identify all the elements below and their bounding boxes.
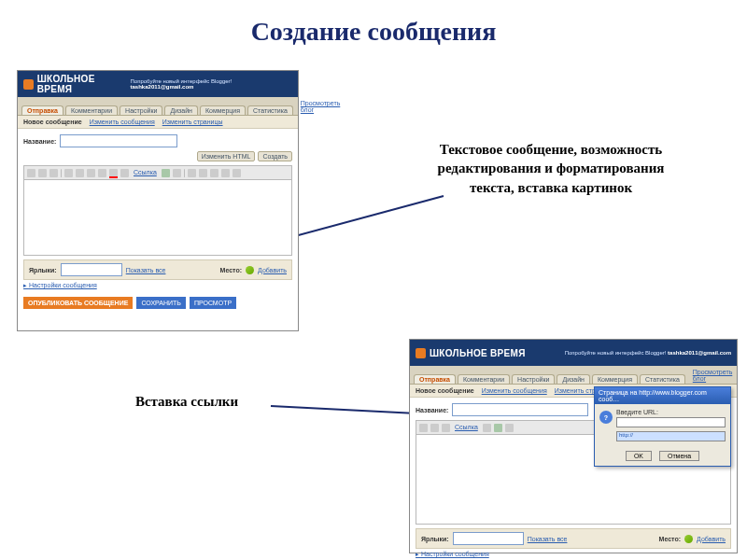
editor-toolbar: Ссылка [23, 165, 292, 180]
user-email: tashka2011@gmail.com [668, 350, 731, 356]
labels-label: Ярлыки: [421, 536, 449, 542]
editor-area[interactable] [23, 180, 292, 256]
title-input[interactable] [452, 403, 588, 416]
insert-video-icon[interactable] [505, 424, 514, 432]
tab-posting[interactable]: Отправка [414, 374, 456, 384]
tab-settings[interactable]: Настройки [120, 105, 162, 115]
view-blog-link[interactable]: Просмотреть блог [301, 100, 340, 115]
add-location-link[interactable]: Добавить [697, 536, 726, 542]
italic-icon[interactable] [76, 169, 84, 177]
url-prompt-dialog: Страница на http://www.blogger.com сооб…… [594, 386, 731, 467]
text-color-icon[interactable] [109, 169, 118, 177]
subtab-edit-posts[interactable]: Изменить сообщения [482, 387, 547, 394]
user-email: tashka2011@gmail.com [131, 84, 194, 90]
quote-icon[interactable] [221, 169, 230, 177]
location-label: Место: [220, 267, 242, 273]
labels-input[interactable] [61, 263, 122, 276]
show-all-link[interactable]: Показать все [126, 267, 166, 273]
edit-html-button[interactable]: Изменить HTML [197, 151, 256, 161]
subtab-new-post[interactable]: Новое сообщение [23, 119, 82, 125]
header-right: Попробуйте новый интерфейс Blogger! tash… [131, 78, 292, 90]
tab-comments[interactable]: Комментарии [458, 374, 510, 384]
insert-image-icon[interactable] [494, 424, 502, 432]
list-ul-icon[interactable] [210, 169, 218, 177]
try-new-link[interactable]: Попробуйте новый интерфейс Blogger! [565, 350, 667, 356]
insert-image-icon[interactable] [162, 169, 170, 177]
subtab-strip: Новое сообщение Изменить сообщения Измен… [18, 116, 298, 129]
screenshot-create-post: ШКОЛЬНОЕ ВРЕМЯ Попробуйте новый интерфей… [17, 70, 299, 331]
font-select-icon[interactable] [49, 169, 58, 177]
preview-button[interactable]: ПРОСМОТР [190, 297, 236, 309]
title-label: Название: [416, 407, 448, 413]
labels-label: Ярлыки: [29, 267, 57, 273]
post-settings-label: Настройки сообщения [29, 282, 97, 288]
post-settings-link[interactable]: ▸ Настройки сообщения [23, 280, 292, 291]
dialog-url-input[interactable] [616, 417, 726, 427]
dialog-url-value[interactable]: http:// [616, 431, 726, 441]
create-button[interactable]: Создать [258, 151, 292, 161]
tab-stats[interactable]: Статистика [247, 105, 293, 115]
redo-icon[interactable] [38, 169, 47, 177]
tab-settings[interactable]: Настройки [512, 374, 555, 384]
dialog-title: Страница на http://www.blogger.com сооб… [595, 387, 730, 404]
view-blog-link[interactable]: Просмотреть блог [693, 369, 733, 384]
question-icon: ? [599, 411, 613, 424]
tab-design[interactable]: Дизайн [557, 374, 590, 384]
header: ШКОЛЬНОЕ ВРЕМЯ Попробуйте новый интерфей… [18, 71, 298, 97]
dialog-label: Введите URL: [616, 409, 726, 415]
blogger-logo-icon [23, 79, 34, 90]
tab-stats[interactable]: Статистика [640, 374, 685, 384]
dialog-cancel-button[interactable]: Отмена [659, 451, 699, 461]
blogger-logo-icon [416, 348, 426, 358]
post-settings-link[interactable]: ▸ Настройки сообщения [416, 549, 731, 560]
annotation-insert-link: Вставка ссылки [93, 394, 280, 410]
undo-icon[interactable] [419, 424, 428, 432]
subtab-new-post[interactable]: Новое сообщение [416, 387, 474, 394]
slide-title: Создание сообщения [0, 17, 747, 47]
list-ol-icon[interactable] [199, 169, 207, 177]
strike-icon[interactable] [98, 169, 106, 177]
undo-icon[interactable] [27, 169, 35, 177]
post-settings-label: Настройки сообщения [421, 551, 489, 557]
location-label: Место: [659, 536, 681, 542]
tab-posting[interactable]: Отправка [21, 105, 63, 115]
align-icon[interactable] [188, 169, 196, 177]
insert-link-icon[interactable]: Ссылка [453, 424, 480, 432]
tab-monetize[interactable]: Коммерция [592, 374, 638, 384]
italic-icon[interactable] [442, 424, 450, 432]
bold-icon[interactable] [430, 424, 439, 432]
title-input[interactable] [60, 134, 177, 147]
title-label: Название: [23, 138, 56, 145]
publish-button[interactable]: ОПУБЛИКОВАТЬ СООБЩЕНИЕ [23, 297, 133, 309]
toolbar-sep [184, 169, 185, 177]
tab-strip: Отправка Комментарии Настройки Дизайн Ко… [410, 366, 737, 385]
save-button[interactable]: СОХРАНИТЬ [136, 297, 186, 309]
add-location-link[interactable]: Добавить [258, 267, 287, 273]
subtab-edit-pages[interactable]: Изменить страницы [162, 119, 223, 125]
header: ШКОЛЬНОЕ ВРЕМЯ Попробуйте новый интерфей… [410, 340, 737, 366]
remove-format-icon[interactable] [233, 169, 241, 177]
underline-icon[interactable] [87, 169, 95, 177]
subtab-edit-posts[interactable]: Изменить сообщения [90, 119, 155, 125]
insert-link-icon[interactable]: Ссылка [132, 169, 159, 177]
highlight-icon[interactable] [120, 169, 129, 177]
annotation-text-editor: Текстовое сообщение, возможность редакти… [430, 140, 672, 197]
screenshot-insert-link: ШКОЛЬНОЕ ВРЕМЯ Попробуйте новый интерфей… [409, 339, 738, 553]
toolbar-sep [61, 169, 62, 177]
header-right: Попробуйте новый интерфейс Blogger! tash… [565, 350, 731, 356]
tab-monetize[interactable]: Коммерция [200, 105, 246, 115]
tab-comments[interactable]: Комментарии [65, 105, 118, 115]
add-location-icon[interactable] [684, 535, 693, 543]
show-all-link[interactable]: Показать все [528, 536, 568, 542]
labels-input[interactable] [453, 532, 524, 545]
dialog-ok-button[interactable]: OK [626, 451, 652, 461]
add-location-icon[interactable] [246, 266, 254, 274]
bold-icon[interactable] [64, 169, 73, 177]
quote-icon[interactable] [483, 424, 491, 432]
tab-design[interactable]: Дизайн [164, 105, 198, 115]
site-name: ШКОЛЬНОЕ ВРЕМЯ [37, 74, 131, 94]
tab-strip: Отправка Комментарии Настройки Дизайн Ко… [18, 97, 298, 116]
insert-video-icon[interactable] [173, 169, 181, 177]
site-name: ШКОЛЬНОЕ ВРЕМЯ [430, 348, 526, 358]
